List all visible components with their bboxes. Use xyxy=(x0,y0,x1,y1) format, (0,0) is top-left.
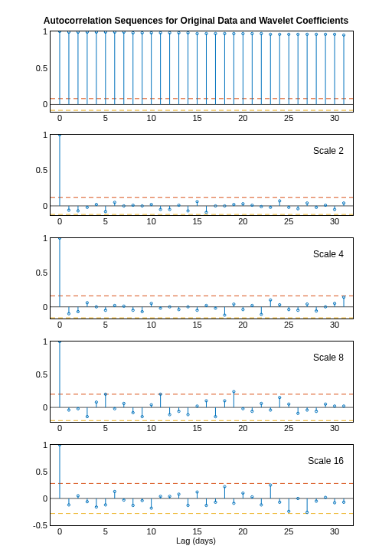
svg-point-322 xyxy=(288,510,290,512)
x-tick-label: 15 xyxy=(192,319,201,329)
svg-point-225 xyxy=(150,404,152,406)
svg-point-241 xyxy=(224,400,226,402)
svg-point-119 xyxy=(279,200,281,202)
svg-point-20 xyxy=(132,31,134,34)
y-tick-label: 0.5 xyxy=(36,268,51,277)
svg-point-123 xyxy=(297,208,299,210)
svg-point-267 xyxy=(342,405,345,407)
x-tick-label: 25 xyxy=(284,525,293,536)
x-tick-label: 10 xyxy=(147,215,156,226)
svg-point-237 xyxy=(205,400,207,402)
svg-point-213 xyxy=(95,401,97,404)
svg-point-154 xyxy=(132,309,134,312)
svg-point-140 xyxy=(67,312,70,315)
y-tick-label: 0.5 xyxy=(36,467,51,476)
svg-point-282 xyxy=(104,504,106,506)
scale-label: Scale 4 xyxy=(313,249,344,260)
x-tick-label: 0 xyxy=(57,112,62,123)
y-tick-label: 1 xyxy=(43,130,51,139)
svg-point-257 xyxy=(297,412,299,414)
panel-scale-16: -0.500.51051015202530Scale 16 xyxy=(50,444,354,526)
svg-point-306 xyxy=(214,501,217,503)
svg-point-30 xyxy=(178,31,180,34)
svg-point-28 xyxy=(168,31,171,34)
panel-scale-2: 00.51051015202530Scale 2 xyxy=(50,134,354,216)
x-tick-label: 25 xyxy=(284,422,293,433)
scale-label: Scale 8 xyxy=(313,352,344,363)
svg-point-265 xyxy=(333,405,335,407)
x-tick-label: 20 xyxy=(238,525,247,536)
x-tick-label: 5 xyxy=(103,525,108,536)
svg-point-178 xyxy=(242,309,244,311)
y-tick-label: 1 xyxy=(43,27,51,36)
svg-point-192 xyxy=(306,303,309,306)
chart-title: Autocorrelation Sequences for Original D… xyxy=(0,15,392,26)
x-tick-label: 25 xyxy=(284,215,293,226)
svg-point-103 xyxy=(205,211,207,214)
x-tick-label: 20 xyxy=(238,215,247,226)
svg-point-190 xyxy=(297,309,299,312)
y-tick-label: 1 xyxy=(43,234,51,243)
svg-point-330 xyxy=(324,496,326,498)
x-tick-label: 0 xyxy=(57,422,62,433)
svg-point-310 xyxy=(233,502,235,505)
scale-label: Scale 16 xyxy=(308,456,344,466)
svg-point-148 xyxy=(104,309,106,312)
svg-point-101 xyxy=(196,201,198,203)
y-tick-label: 0.5 xyxy=(36,165,51,175)
figure: Autocorrelation Sequences for Original D… xyxy=(0,0,392,549)
y-tick-label: 0 xyxy=(43,302,51,312)
panel-scale-8: 00.51051015202530Scale 8 xyxy=(50,341,354,423)
x-tick-label: 30 xyxy=(330,319,339,329)
x-tick-label: 5 xyxy=(103,422,108,433)
svg-point-233 xyxy=(187,413,189,416)
svg-point-294 xyxy=(159,495,162,498)
y-tick-label: 0 xyxy=(43,100,51,109)
svg-point-188 xyxy=(288,309,290,311)
y-tick-label: 0 xyxy=(43,403,51,412)
svg-point-164 xyxy=(178,309,180,311)
x-tick-label: 10 xyxy=(147,525,156,536)
x-tick-label: 0 xyxy=(57,319,62,329)
svg-point-32 xyxy=(187,31,189,34)
y-tick-label: 0 xyxy=(43,201,51,211)
svg-point-334 xyxy=(342,501,345,503)
svg-point-186 xyxy=(279,303,281,306)
svg-point-249 xyxy=(260,402,263,404)
x-tick-label: 0 xyxy=(57,215,62,226)
x-tick-label: 30 xyxy=(330,215,339,226)
x-tick-label: 25 xyxy=(284,319,293,329)
svg-point-229 xyxy=(168,413,171,416)
x-tick-label: 15 xyxy=(192,112,201,123)
y-tick-label: -0.5 xyxy=(33,521,51,530)
x-tick-label: 30 xyxy=(330,525,339,536)
svg-point-290 xyxy=(141,499,143,502)
svg-point-26 xyxy=(159,31,162,34)
x-tick-label: 0 xyxy=(57,525,62,536)
x-tick-label: 20 xyxy=(238,319,247,329)
x-tick-label: 10 xyxy=(147,422,156,433)
x-tick-label: 20 xyxy=(238,112,247,123)
svg-point-296 xyxy=(168,495,171,498)
y-tick-label: 1 xyxy=(43,440,51,449)
svg-point-320 xyxy=(279,501,281,503)
x-tick-label: 20 xyxy=(238,422,247,433)
x-tick-label: 30 xyxy=(330,422,339,433)
x-tick-label: 5 xyxy=(103,112,108,123)
svg-point-176 xyxy=(233,303,235,306)
svg-point-131 xyxy=(333,208,335,211)
x-tick-label: 30 xyxy=(330,112,339,123)
svg-point-308 xyxy=(224,485,226,488)
x-tick-label: 10 xyxy=(147,319,156,329)
y-tick-label: 0.5 xyxy=(36,64,51,73)
x-tick-label: 5 xyxy=(103,319,108,329)
svg-point-316 xyxy=(260,504,263,506)
y-tick-label: 1 xyxy=(43,337,51,346)
svg-point-274 xyxy=(67,504,70,506)
panel-scale-4: 00.51051015202530Scale 4 xyxy=(50,237,354,319)
panel-original: 00.51051015202530 xyxy=(50,31,354,113)
svg-point-235 xyxy=(196,405,198,407)
svg-point-22 xyxy=(141,31,143,34)
x-axis-label: Lag (days) xyxy=(0,536,392,545)
x-tick-label: 5 xyxy=(103,215,108,226)
